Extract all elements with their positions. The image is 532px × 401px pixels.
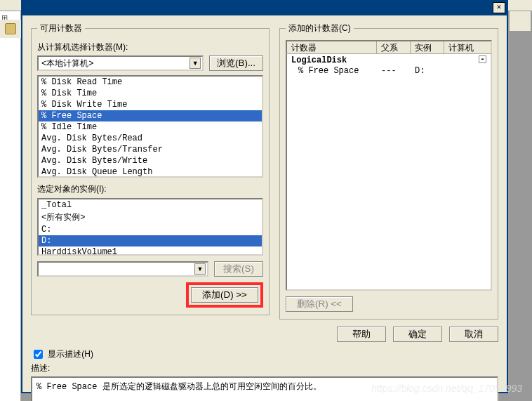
instance-item[interactable]: HarddiskVolume1 xyxy=(39,246,262,256)
added-child-counter: % Free Space xyxy=(287,65,377,77)
added-child-row[interactable]: % Free Space --- D: xyxy=(287,65,491,77)
instances-listbox[interactable]: _Total<所有实例>C:D:HarddiskVolume1 xyxy=(37,198,263,256)
counter-item[interactable]: % Free Space xyxy=(39,110,262,121)
show-description-label: 显示描述(H) xyxy=(48,349,93,359)
minus-icon[interactable]: - xyxy=(479,55,486,63)
browse-button[interactable]: 浏览(B)... xyxy=(209,55,263,71)
added-root-label: LogicalDisk xyxy=(291,55,347,65)
cancel-button[interactable]: 取消 xyxy=(449,327,498,342)
available-counters-group: 可用计数器 从计算机选择计数器(M): <本地计算机> ▼ 浏览(B)... %… xyxy=(31,22,270,315)
add-counters-dialog: × 可用计数器 从计算机选择计数器(M): <本地计算机> ▼ 浏览(B)...… xyxy=(21,0,508,393)
chevron-down-icon: ▼ xyxy=(189,58,201,69)
close-button[interactable]: × xyxy=(493,2,505,13)
bg-toolbar-icon xyxy=(5,23,16,34)
description-text: % Free Space 是所选定的逻辑磁盘驱动器上总的可用空闲空间的百分比。 xyxy=(36,382,321,392)
counter-item[interactable]: Avg. Disk Queue Length xyxy=(39,166,262,178)
instance-item[interactable]: C: xyxy=(39,224,262,235)
added-root-node[interactable]: LogicalDisk - xyxy=(287,55,491,65)
show-description-checkbox[interactable]: 显示描述(H) xyxy=(31,349,93,359)
counter-item[interactable]: Avg. Disk Bytes/Read xyxy=(39,133,262,144)
search-button: 搜索(S) xyxy=(214,261,263,277)
instance-item[interactable]: <所有实例> xyxy=(39,211,262,224)
th-comp[interactable]: 计算机 xyxy=(444,41,491,53)
th-parent[interactable]: 父系 xyxy=(377,41,411,53)
ok-button[interactable]: 确定 xyxy=(393,327,442,342)
background-toolbar-right xyxy=(510,11,531,31)
counter-item[interactable]: % Idle Time xyxy=(39,121,262,133)
background-toolbar-left xyxy=(0,20,21,38)
added-child-parent: --- xyxy=(377,65,411,77)
select-computer-label: 从计算机选择计数器(M): xyxy=(37,41,263,53)
th-inst[interactable]: 实例 xyxy=(411,41,444,53)
remove-button: 删除(R) << xyxy=(286,296,353,312)
added-child-comp xyxy=(444,65,491,77)
titlebar: × xyxy=(22,0,507,15)
add-button[interactable]: 添加(D) >> xyxy=(191,287,258,303)
instance-item[interactable]: _Total xyxy=(39,199,262,211)
instance-item[interactable]: D: xyxy=(39,235,262,246)
help-button[interactable]: 帮助 xyxy=(337,327,386,342)
search-input[interactable]: ▼ xyxy=(37,261,208,277)
counters-listbox[interactable]: % Disk Read Time% Disk Time% Disk Write … xyxy=(37,75,263,178)
description-label: 描述: xyxy=(31,362,498,374)
computer-combobox-value: <本地计算机> xyxy=(41,58,93,70)
description-box: % Free Space 是所选定的逻辑磁盘驱动器上总的可用空闲空间的百分比。 xyxy=(31,376,498,401)
th-counter[interactable]: 计数器 xyxy=(287,41,377,53)
added-counters-group: 添加的计数器(C) 计数器 父系 实例 计算机 LogicalDisk - xyxy=(279,22,498,320)
added-counters-legend: 添加的计数器(C) xyxy=(286,22,354,34)
added-tree[interactable]: LogicalDisk - % Free Space --- D: xyxy=(286,54,492,291)
added-child-inst: D: xyxy=(411,65,444,77)
add-button-highlight: 添加(D) >> xyxy=(186,282,263,308)
added-tree-header: 计数器 父系 实例 计算机 xyxy=(286,40,492,54)
counter-item[interactable]: Avg. Disk Bytes/Transfer xyxy=(39,144,262,155)
counter-item[interactable]: % Disk Write Time xyxy=(39,99,262,110)
available-counters-legend: 可用计数器 xyxy=(37,22,85,34)
computer-combobox[interactable]: <本地计算机> ▼ xyxy=(37,55,204,71)
chevron-down-icon: ▼ xyxy=(194,263,206,275)
counter-item[interactable]: % Disk Time xyxy=(39,88,262,99)
counter-item[interactable]: Avg. Disk Bytes/Write xyxy=(39,155,262,166)
counter-item[interactable]: % Disk Read Time xyxy=(39,77,262,88)
background-left-panel: ⊞性能 xyxy=(0,11,21,401)
instances-label: 选定对象的实例(I): xyxy=(37,183,263,195)
